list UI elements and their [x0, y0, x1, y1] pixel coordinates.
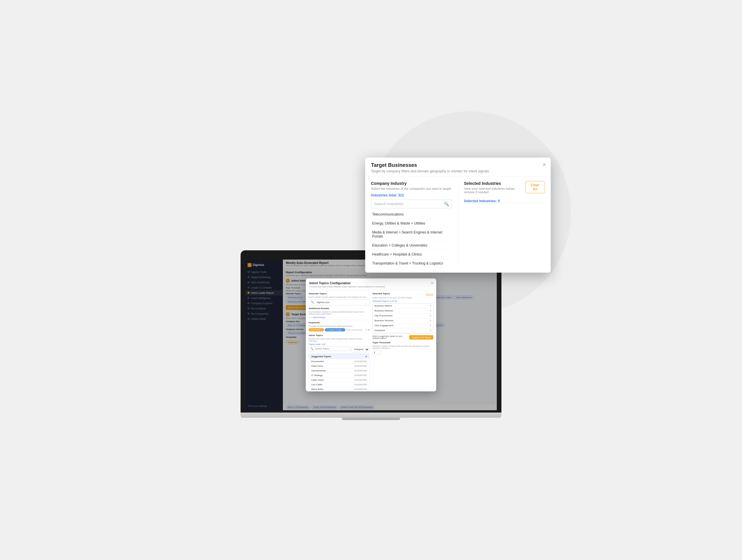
search-icon-topics: 🔍	[310, 347, 314, 350]
selected-topic-civic-engagement: Civic Engagement ×	[373, 323, 433, 328]
threshold-title: Topic Threshold	[372, 341, 433, 344]
keywords-sub: Provided keywords will precise topics ge…	[309, 325, 370, 327]
suggest-row: Want a suggestion based on your selected…	[372, 335, 433, 340]
topic-badge: SUGGESTED	[354, 370, 367, 372]
topic-name: Business Services	[374, 319, 393, 322]
additional-domain-sub: Insert website domain or product website…	[309, 311, 370, 315]
industry-telecommunications[interactable]: Telecommunications	[371, 210, 452, 219]
keyword-placeholder: Input Keywords	[346, 329, 362, 331]
search-topics-bar: 🔍	[309, 346, 350, 351]
industry-energy[interactable]: Energy, Utilities & Waste > Utilities	[371, 219, 452, 228]
intent-modal: Intent Topics Configuration Choose the t…	[306, 278, 436, 391]
topic-badge: SUGGESTED	[354, 379, 367, 381]
intent-modal-header: Intent Topics Configuration Choose the t…	[306, 278, 436, 290]
topic-badge: SUGGESTED	[354, 365, 367, 367]
selected-topic-city-procurement: City Procurement ×	[373, 314, 433, 318]
industry-search-input[interactable]	[374, 202, 442, 206]
selected-industries-count: Selected Industries: 0	[464, 199, 545, 203]
industry-list: Telecommunications Energy, Utilities & W…	[371, 210, 452, 268]
remove-topic-btn[interactable]: ×	[430, 324, 431, 327]
company-industry-sub: Select the industries of the companies y…	[371, 187, 452, 190]
selected-industries-heading: Selected Industries View your selected i…	[464, 181, 525, 197]
topics-count: Topics total: 218	[309, 343, 370, 346]
target-businesses-header: Target Businesses Target by company filt…	[365, 158, 551, 176]
target-businesses-modal: Target Businesses Target by company filt…	[365, 158, 551, 273]
suggest-me-topics-btn[interactable]: Suggest Me Topics	[409, 335, 433, 340]
company-industry-title: Company Industry	[371, 181, 452, 186]
topics-section: Suggested Topics ▾ Euromonitor SUGGESTED…	[309, 353, 370, 391]
plus-icon: +	[309, 316, 310, 319]
selected-industries-header: Selected Industries View your selected i…	[464, 181, 545, 197]
add-domain-label: + Add Domain	[311, 316, 325, 319]
selected-topic-business-network: Business Network ×	[373, 309, 433, 314]
topic-item-garnishments[interactable]: Garnishments SUGGESTED	[309, 369, 369, 373]
topic-item-it-strategy[interactable]: IT Strategy SUGGESTED	[309, 373, 369, 378]
intent-modal-close-btn[interactable]: ×	[431, 281, 433, 285]
additional-domain-title: Additional Domain	[309, 307, 370, 310]
clear-all-topics-btn[interactable]: Clear All	[426, 293, 433, 295]
intent-topics-title: Intent Topics	[309, 334, 370, 337]
topic-item-live-cattle[interactable]: Live Cattle SUGGESTED	[309, 382, 369, 387]
clear-keywords-btn[interactable]: × ▾	[366, 328, 370, 331]
laptop: D Diginius Agency Tools › Digital Market…	[241, 250, 501, 420]
selected-topic-business-services: Business Services ×	[373, 318, 433, 323]
keywords-title: Keywords	[309, 321, 370, 324]
topic-name: City Procurement	[374, 314, 392, 317]
industry-search-bar: 🔍	[371, 200, 452, 208]
topic-name: Euromonitor	[311, 360, 324, 363]
topic-name: Business Metrics	[374, 304, 392, 307]
remove-topic-btn[interactable]: ×	[430, 310, 431, 312]
laptop-stand	[342, 418, 400, 420]
keyword-tags: Intent Data × Company Surge × Input Keyw…	[309, 328, 370, 331]
threshold-input[interactable]	[372, 350, 381, 354]
search-topics-input[interactable]	[315, 347, 349, 350]
topic-item-minor-bulks[interactable]: Minor Bulks SUGGESTED	[309, 387, 369, 391]
industry-transportation[interactable]: Transportation & Travel > Trucking & Log…	[371, 259, 452, 268]
topic-badge: SUGGESTED	[354, 384, 367, 386]
floating-modal-subtitle: Target by company filters and domain geo…	[371, 169, 545, 173]
selected-topics-list: Business Metrics × Business Network × Ci…	[372, 303, 433, 333]
selected-topics-header: Selected Topics Clear All	[372, 292, 433, 296]
industry-healthcare[interactable]: Healthcare > Hospitals & Clinics	[371, 250, 452, 259]
divider	[309, 320, 370, 320]
industry-education[interactable]: Education > Colleges & Universities	[371, 241, 452, 250]
threshold-row	[372, 350, 433, 354]
intent-topics-sub: Browse and select topics that indicate b…	[309, 338, 370, 342]
laptop-screen: D Diginius Agency Tools › Digital Market…	[245, 260, 497, 410]
remove-topic-btn[interactable]: ×	[430, 319, 431, 322]
category-select[interactable]: Category	[351, 346, 370, 352]
domain-search-bar: 🔍	[309, 299, 370, 305]
search-icon-industries: 🔍	[444, 202, 449, 206]
topic-item-labor-union[interactable]: Labor Union SUGGESTED	[309, 378, 369, 382]
topic-name: IT Strategy	[311, 374, 323, 377]
intent-modal-subtitle: Choose the topics that indicate buyer in…	[309, 285, 433, 288]
divider-2	[309, 333, 370, 333]
topic-name: Garnishments	[311, 370, 326, 372]
floating-modal-title: Target Businesses	[371, 162, 545, 168]
floating-modal-body: Company Industry Select the industries o…	[365, 176, 551, 273]
selected-topic-business-metrics: Business Metrics ×	[373, 303, 433, 309]
topic-badge: SUGGESTED	[354, 374, 367, 376]
topic-item-euromonitor[interactable]: Euromonitor SUGGESTED	[309, 359, 369, 364]
topic-name: Labor Union	[311, 379, 324, 381]
domain-input-row: 🔍	[309, 299, 370, 305]
keyword-company-surge: Company Surge ×	[325, 328, 345, 331]
chevron-icon: ▾	[366, 355, 367, 358]
floating-modal-close-btn[interactable]: ×	[543, 162, 546, 167]
suggest-text: Want a suggestion based on your selected…	[372, 335, 408, 339]
topic-name: Civic Engagement	[374, 324, 393, 327]
remove-topic-btn[interactable]: ×	[430, 314, 431, 317]
remove-topic-btn[interactable]: ×	[430, 329, 431, 332]
domain-input[interactable]	[315, 300, 368, 304]
topic-item-flash-drive[interactable]: Flash Drive SUGGESTED	[309, 364, 369, 369]
industries-count: Industries total: 312	[371, 193, 452, 197]
laptop-base	[241, 412, 501, 418]
threshold-sub: Minimum number of topics that domains ar…	[372, 345, 433, 349]
industry-media[interactable]: Media & Internet > Search Engines & Inte…	[371, 228, 452, 241]
selected-industries-panel: Selected Industries View your selected i…	[458, 181, 545, 268]
add-domain-btn[interactable]: + + Add Domain	[309, 316, 370, 319]
search-and-category: 🔍 Category	[309, 346, 370, 352]
keyword-intent-data: Intent Data ×	[309, 328, 324, 331]
clear-all-industries-btn[interactable]: Clear All	[525, 181, 545, 193]
remove-topic-btn[interactable]: ×	[430, 304, 431, 307]
